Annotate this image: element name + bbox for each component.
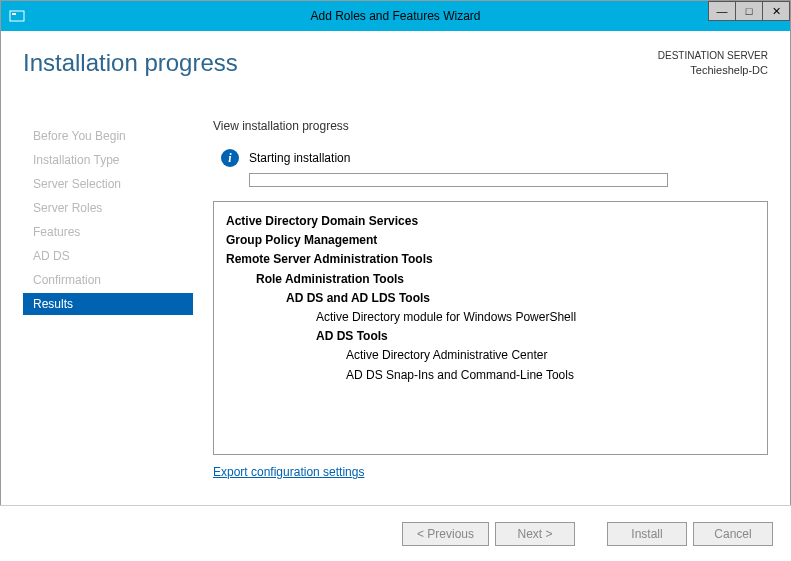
feature-item: Active Directory module for Windows Powe…	[226, 308, 755, 327]
progress-bar	[249, 173, 668, 187]
next-button[interactable]: Next >	[495, 522, 575, 546]
feature-list-box: Active Directory Domain ServicesGroup Po…	[213, 201, 768, 455]
titlebar: Add Roles and Features Wizard — □ ✕	[1, 1, 790, 31]
info-icon: i	[221, 149, 239, 167]
main-panel: View installation progress i Starting in…	[193, 119, 768, 479]
nav-item-confirmation: Confirmation	[23, 269, 193, 291]
nav-item-installation-type: Installation Type	[23, 149, 193, 171]
content-area: Installation progress DESTINATION SERVER…	[1, 31, 790, 501]
install-button[interactable]: Install	[607, 522, 687, 546]
export-settings-link[interactable]: Export configuration settings	[213, 465, 364, 479]
body-row: Before You BeginInstallation TypeServer …	[23, 119, 768, 479]
minimize-button[interactable]: —	[708, 1, 736, 21]
feature-item: AD DS Snap-Ins and Command-Line Tools	[226, 366, 755, 385]
nav-item-server-roles: Server Roles	[23, 197, 193, 219]
header-row: Installation progress DESTINATION SERVER…	[23, 49, 768, 109]
status-text: Starting installation	[249, 151, 350, 165]
feature-item: Remote Server Administration Tools	[226, 250, 755, 269]
feature-item: Role Administration Tools	[226, 270, 755, 289]
feature-item: Active Directory Domain Services	[226, 212, 755, 231]
feature-item: Active Directory Administrative Center	[226, 346, 755, 365]
wizard-nav: Before You BeginInstallation TypeServer …	[23, 125, 193, 317]
maximize-button[interactable]: □	[735, 1, 763, 21]
feature-item: AD DS Tools	[226, 327, 755, 346]
destination-label: DESTINATION SERVER	[658, 49, 768, 63]
view-progress-label: View installation progress	[213, 119, 768, 133]
page-title: Installation progress	[23, 49, 238, 77]
nav-item-results[interactable]: Results	[23, 293, 193, 315]
feature-item: Group Policy Management	[226, 231, 755, 250]
window-title: Add Roles and Features Wizard	[1, 9, 790, 23]
status-row: i Starting installation	[213, 149, 768, 167]
nav-item-ad-ds: AD DS	[23, 245, 193, 267]
window-controls: — □ ✕	[709, 1, 790, 21]
feature-item: AD DS and AD LDS Tools	[226, 289, 755, 308]
destination-server: DESTINATION SERVER Techieshelp-DC	[658, 49, 768, 78]
previous-button[interactable]: < Previous	[402, 522, 489, 546]
nav-item-features: Features	[23, 221, 193, 243]
nav-item-before-you-begin: Before You Begin	[23, 125, 193, 147]
nav-item-server-selection: Server Selection	[23, 173, 193, 195]
footer: < Previous Next > Install Cancel	[0, 505, 791, 561]
close-button[interactable]: ✕	[762, 1, 790, 21]
cancel-button[interactable]: Cancel	[693, 522, 773, 546]
destination-server-name: Techieshelp-DC	[658, 63, 768, 78]
